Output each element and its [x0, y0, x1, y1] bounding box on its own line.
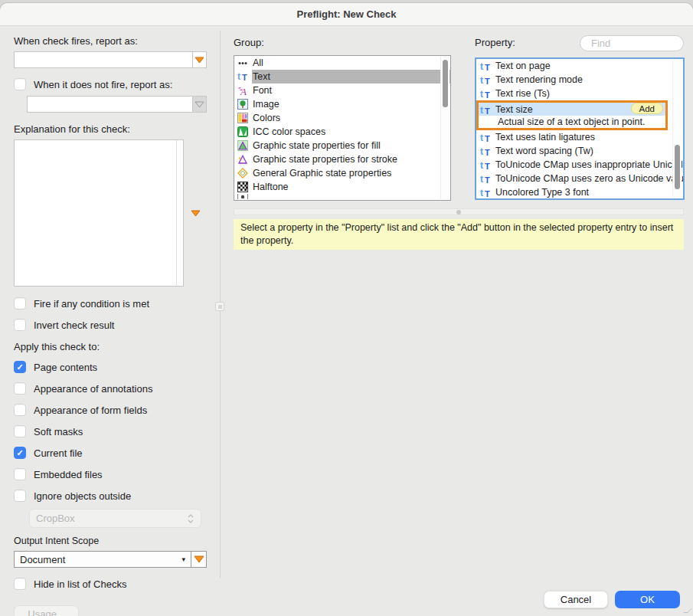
- annotations-checkbox[interactable]: [14, 382, 26, 395]
- group-item-halftone[interactable]: Halftone: [234, 180, 450, 194]
- orange-triangle-icon: [191, 210, 201, 217]
- explanation-label: Explanation for this check:: [14, 123, 207, 135]
- apply-row-annotations: Appearance of annotations: [14, 382, 207, 395]
- cancel-button[interactable]: Cancel: [544, 591, 608, 608]
- group-item-label: Graphic state properties for fill: [253, 140, 381, 151]
- current-file-checkbox[interactable]: ✓: [14, 447, 26, 459]
- group-item-clipped[interactable]: [234, 194, 450, 199]
- fire-any-row: Fire if any condition is met: [14, 297, 207, 310]
- font-group-icon: A: [237, 85, 248, 96]
- when-not-fire-checkbox[interactable]: [14, 78, 26, 90]
- property-label: Property:: [475, 37, 515, 48]
- left-panel: When check fires, report as: When it doe…: [14, 29, 207, 616]
- annotations-label: Appearance of annotations: [34, 383, 152, 395]
- group-item-font[interactable]: A Font: [234, 84, 450, 97]
- group-item-text[interactable]: t T Text: [234, 70, 450, 84]
- property-item[interactable]: t T Text on page: [476, 59, 683, 73]
- group-item-label: Colors: [253, 113, 280, 123]
- svg-text:T: T: [485, 77, 490, 86]
- property-item[interactable]: t T Text rendering mode: [476, 73, 683, 87]
- property-item[interactable]: t T ToUnicode CMap uses zero as Unicode …: [476, 172, 683, 185]
- embedded-files-label: Embedded files: [34, 469, 103, 480]
- property-item-label: ToUnicode CMap uses inappropriate Unicod…: [495, 159, 683, 170]
- group-item-icc[interactable]: ICC color spaces: [234, 125, 450, 139]
- group-scrollbar[interactable]: [440, 57, 449, 199]
- text-property-icon: t T: [480, 146, 491, 156]
- soft-masks-checkbox[interactable]: [14, 425, 26, 437]
- property-item[interactable]: t T ToUnicode CMap uses inappropriate Un…: [476, 158, 683, 172]
- group-item-general[interactable]: General Graphic state properties: [234, 166, 450, 180]
- group-item-colors[interactable]: Colors: [234, 111, 450, 125]
- cropbox-value: CropBox: [36, 513, 75, 524]
- explanation-textarea[interactable]: [14, 139, 184, 287]
- when-not-fire-row: When it does not fire, report as:: [14, 77, 207, 91]
- group-item-fill[interactable]: Graphic state properties for fill: [234, 139, 450, 152]
- group-item-all[interactable]: All: [234, 56, 450, 70]
- preflight-new-check-dialog: Preflight: New Check When check fires, r…: [0, 0, 693, 616]
- when-fires-input[interactable]: [14, 51, 192, 68]
- apply-row-form-fields: Appearance of form fields: [14, 403, 207, 417]
- output-intent-label: Output Intent Scope: [14, 536, 207, 546]
- svg-text:t: t: [480, 174, 483, 185]
- svg-text:t: t: [480, 188, 483, 198]
- group-item-label: General Graphic state properties: [253, 168, 391, 179]
- fire-any-checkbox[interactable]: [14, 297, 26, 310]
- page-contents-checkbox[interactable]: ✓: [14, 361, 26, 373]
- text-property-icon: t T: [480, 88, 491, 99]
- property-item-label: Uncolored Type 3 font: [495, 187, 589, 198]
- when-fires-dropdown-button[interactable]: [192, 51, 207, 68]
- property-scrollbar-thumb[interactable]: [675, 145, 680, 189]
- group-item-stroke[interactable]: Graphic state properties for stroke: [234, 152, 450, 166]
- ignore-outside-checkbox[interactable]: [14, 490, 26, 502]
- svg-text:T: T: [485, 175, 490, 185]
- info-bar: Select a property in the "Property" list…: [234, 219, 684, 250]
- property-item-selected[interactable]: t T Text size Add Actual size of a text …: [476, 100, 668, 130]
- when-not-fire-input[interactable]: [27, 96, 192, 113]
- find-input[interactable]: [580, 35, 684, 51]
- form-fields-checkbox[interactable]: [14, 404, 26, 416]
- explanation-scrollbar[interactable]: [176, 140, 183, 286]
- svg-text:T: T: [485, 162, 490, 171]
- clipped-group-icon: [237, 194, 248, 199]
- ok-button[interactable]: OK: [615, 591, 680, 608]
- svg-text:A: A: [240, 86, 247, 97]
- apply-row-page-contents: ✓ Page contents: [14, 360, 207, 374]
- property-item-label: Text size: [495, 104, 533, 115]
- all-groups-icon: [237, 57, 248, 68]
- vertical-splitter-handle[interactable]: [215, 302, 224, 311]
- group-item-label: All: [253, 57, 263, 68]
- svg-text:T: T: [485, 106, 490, 115]
- group-list: All t T Text A Font Image: [234, 55, 451, 201]
- svg-text:T: T: [485, 148, 490, 157]
- usage-button[interactable]: Usage...: [14, 605, 79, 616]
- invert-checkbox[interactable]: [14, 319, 26, 331]
- general-group-icon: [237, 168, 248, 179]
- hide-checkbox[interactable]: [14, 578, 26, 590]
- svg-text:t: t: [480, 160, 483, 171]
- group-scrollbar-thumb[interactable]: [443, 60, 448, 107]
- group-item-image[interactable]: Image: [234, 97, 450, 111]
- soft-masks-label: Soft masks: [34, 426, 83, 437]
- add-button[interactable]: Add: [631, 103, 663, 114]
- svg-text:t: t: [480, 104, 483, 115]
- output-intent-dropdown-button[interactable]: [191, 551, 207, 568]
- when-not-fire-dropdown-button[interactable]: [192, 96, 207, 113]
- embedded-files-checkbox[interactable]: [14, 468, 26, 480]
- property-selected-row[interactable]: t T Text size Add: [479, 103, 665, 116]
- property-item[interactable]: t T Uncolored Type 3 font: [476, 185, 683, 199]
- group-item-label: ICC color spaces: [253, 126, 325, 137]
- property-item[interactable]: t T Text rise (Ts): [476, 87, 683, 100]
- resize-handle[interactable]: [683, 608, 691, 613]
- property-scrollbar[interactable]: [672, 61, 682, 197]
- output-intent-select[interactable]: Document ▾: [14, 551, 191, 568]
- group-item-label: Text: [253, 71, 270, 82]
- explanation-dropdown-button[interactable]: [191, 208, 201, 219]
- horizontal-splitter[interactable]: [234, 208, 684, 215]
- property-item[interactable]: t T Text word spacing (Tw): [476, 144, 683, 158]
- fire-any-label: Fire if any condition is met: [34, 298, 149, 310]
- current-file-label: Current file: [34, 447, 83, 459]
- property-item-label: Text rise (Ts): [495, 88, 550, 99]
- fill-group-icon: [237, 140, 248, 151]
- property-item[interactable]: t T Text uses latin ligatures: [476, 130, 683, 144]
- cropbox-select[interactable]: CropBox: [29, 509, 201, 528]
